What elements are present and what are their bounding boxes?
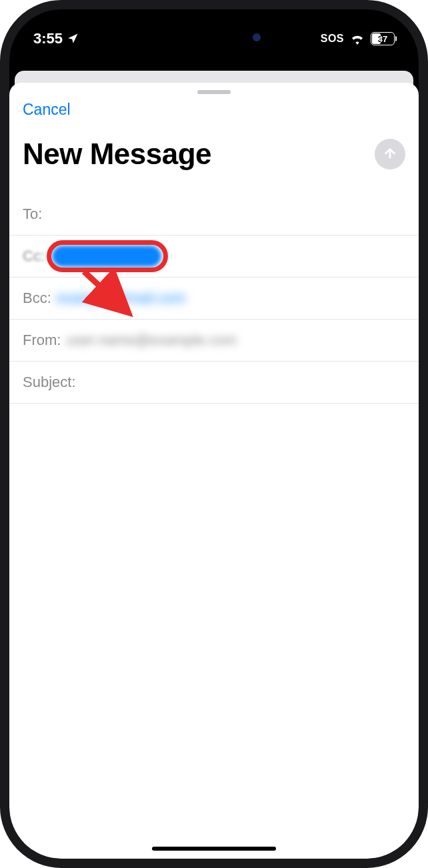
cancel-row: Cancel [9, 94, 419, 121]
subject-label: Subject: [23, 374, 76, 391]
wifi-icon [350, 33, 365, 45]
cancel-button[interactable]: Cancel [23, 101, 71, 119]
bcc-field[interactable]: Bcc: example@mail.com [9, 278, 419, 320]
send-button[interactable] [375, 139, 405, 169]
location-icon [67, 33, 79, 45]
arrow-up-icon [383, 146, 397, 163]
status-right: SOS 37 [321, 32, 395, 45]
home-indicator[interactable] [152, 847, 276, 851]
annotation-highlight-circle [47, 240, 168, 272]
status-left: 3:55 [33, 30, 79, 47]
cc-field[interactable]: Cc: [9, 236, 419, 278]
to-label: To: [23, 205, 42, 223]
screen: 3:55 SOS 37 [9, 9, 419, 859]
phone-frame: 3:55 SOS 37 [0, 0, 428, 868]
battery-percentage: 37 [378, 34, 387, 44]
bcc-value: example@mail.com [57, 290, 186, 307]
subject-field[interactable]: Subject: [9, 362, 419, 404]
status-time: 3:55 [33, 30, 63, 47]
battery-indicator: 37 [371, 32, 395, 45]
title-row: New Message [9, 121, 419, 193]
to-field[interactable]: To: [9, 193, 419, 236]
from-label: From: [23, 332, 61, 349]
cc-label: Cc: [23, 248, 45, 265]
compose-sheet: Cancel New Message To: Cc: [9, 83, 419, 859]
from-value: user.name@example.com [66, 332, 237, 349]
bcc-label: Bcc: [23, 290, 51, 307]
dynamic-island [158, 23, 270, 52]
sos-indicator: SOS [321, 33, 344, 45]
from-field[interactable]: From: user.name@example.com [9, 320, 419, 362]
page-title: New Message [23, 137, 211, 171]
